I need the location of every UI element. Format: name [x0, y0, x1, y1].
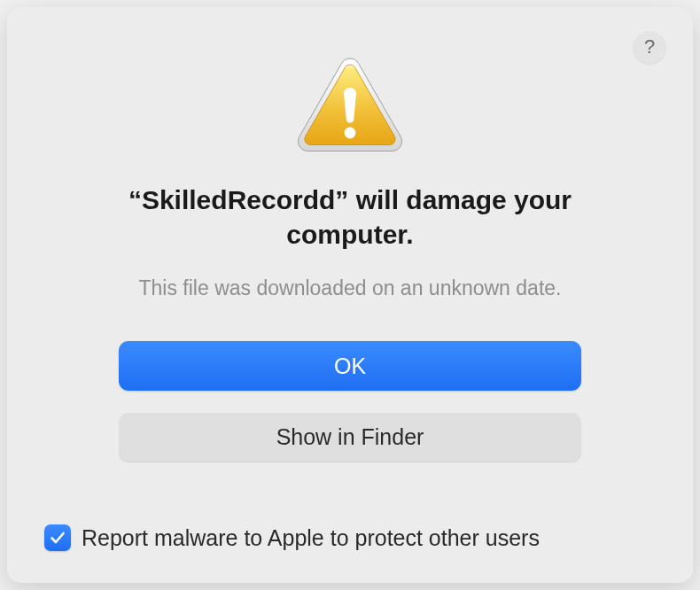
button-group: OK Show in Finder: [119, 341, 581, 462]
warning-icon: [293, 55, 407, 158]
alert-dialog: ? “SkilledRecordd” will damage yo: [7, 7, 693, 583]
report-checkbox-row: Report malware to Apple to protect other…: [44, 524, 540, 551]
checkmark-icon: [49, 529, 66, 547]
help-button[interactable]: ?: [633, 30, 666, 64]
report-checkbox-label: Report malware to Apple to protect other…: [82, 525, 540, 551]
help-icon: ?: [644, 35, 655, 58]
show-in-finder-button[interactable]: Show in Finder: [119, 412, 581, 462]
dialog-subtext: This file was downloaded on an unknown d…: [139, 276, 562, 300]
ok-button[interactable]: OK: [119, 341, 581, 391]
dialog-headline: “SkilledRecordd” will damage your comput…: [71, 182, 629, 252]
report-checkbox[interactable]: [44, 524, 71, 551]
svg-point-0: [345, 128, 356, 139]
